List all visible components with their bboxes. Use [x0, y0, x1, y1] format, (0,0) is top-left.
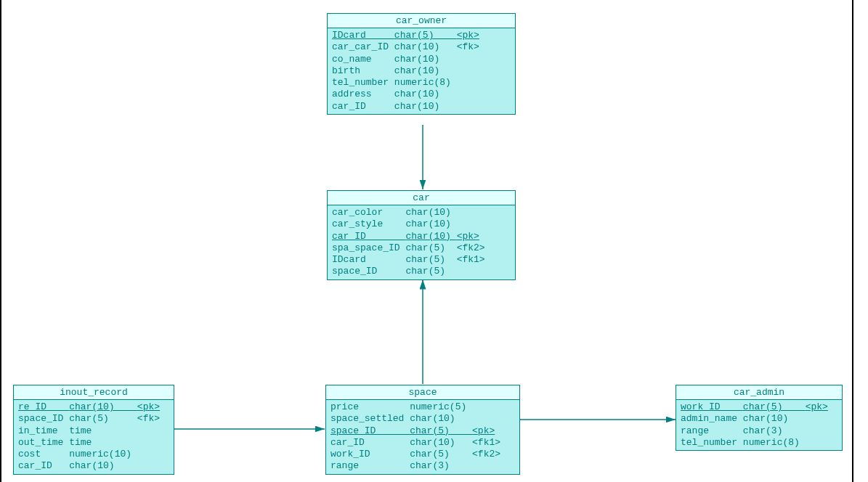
column-type: char(5): [405, 266, 456, 277]
column-type: numeric(8): [394, 77, 457, 89]
column-name: car_ID: [18, 460, 69, 472]
column-type: time: [69, 437, 137, 449]
column-name: space_ID: [332, 266, 405, 277]
column-name: tel_number: [681, 437, 743, 449]
entity-title: car_owner: [328, 14, 515, 28]
column-name: price: [330, 401, 410, 413]
column-name: car_car_ID: [332, 41, 394, 53]
column-row: admin_name char(10): [681, 413, 837, 425]
column-row: space_settled char(10): [330, 413, 515, 425]
column-row: car_color char(10): [332, 207, 511, 218]
column-key: <fk>: [457, 41, 479, 53]
column-row: IDcard char(5) <fk1>: [332, 254, 511, 266]
column-name: space_settled: [330, 413, 410, 425]
column-type: time: [69, 425, 137, 437]
column-name: co_name: [332, 54, 394, 65]
column-row: work_ID char(5) <pk>: [681, 401, 837, 413]
column-type: char(10): [394, 65, 457, 77]
entity-inout-record[interactable]: inout_record re_ID char(10) <pk>space_ID…: [13, 385, 174, 475]
entity-title: space: [326, 385, 519, 400]
column-name: range: [681, 425, 743, 437]
entity-title: car_admin: [676, 385, 842, 400]
column-type: char(10): [69, 401, 137, 413]
entity-space[interactable]: space price numeric(5) space_settled cha…: [325, 385, 520, 475]
column-name: spa_space_ID: [332, 242, 405, 254]
column-type: char(10): [394, 41, 457, 53]
column-row: tel_number numeric(8): [681, 437, 837, 449]
column-name: cost: [18, 449, 69, 460]
column-type: char(10): [405, 207, 456, 218]
column-key: <fk2>: [472, 449, 500, 460]
column-type: char(10): [405, 231, 456, 242]
column-type: char(10): [394, 101, 457, 113]
column-name: re_ID: [18, 401, 69, 413]
column-row: space_ID char(5) <pk>: [330, 425, 515, 437]
entity-title: inout_record: [14, 385, 174, 400]
column-type: numeric(8): [743, 437, 806, 449]
column-name: space_ID: [18, 413, 69, 425]
column-row: space_ID char(5) <fk>: [18, 413, 169, 425]
column-name: space_ID: [330, 425, 410, 437]
column-row: co_name char(10): [332, 54, 511, 65]
column-row: out_time time: [18, 437, 169, 449]
column-key: <pk>: [137, 401, 160, 413]
column-row: spa_space_ID char(5) <fk2>: [332, 242, 511, 254]
column-name: in_time: [18, 425, 69, 437]
column-key: <fk2>: [457, 242, 485, 254]
column-row: car_ID char(10): [18, 460, 169, 472]
entity-body: work_ID char(5) <pk>admin_name char(10) …: [676, 400, 842, 450]
column-name: IDcard: [332, 30, 394, 41]
column-name: car_style: [332, 218, 405, 230]
column-name: car_color: [332, 207, 405, 218]
column-row: address char(10): [332, 89, 511, 100]
column-row: price numeric(5): [330, 401, 515, 413]
column-type: char(5): [69, 413, 137, 425]
column-row: in_time time: [18, 425, 169, 437]
column-type: char(5): [394, 30, 457, 41]
column-type: numeric(10): [69, 449, 137, 460]
entity-body: IDcard char(5) <pk>car_car_ID char(10) <…: [328, 28, 515, 114]
column-type: char(10): [394, 54, 457, 65]
column-name: birth: [332, 65, 394, 77]
column-name: car_ID: [332, 231, 405, 242]
column-name: car_ID: [332, 101, 394, 113]
column-key: <fk1>: [472, 437, 500, 449]
column-type: char(5): [405, 242, 456, 254]
column-key: <fk>: [137, 413, 160, 425]
column-row: re_ID char(10) <pk>: [18, 401, 169, 413]
canvas-border-left: [0, 0, 1, 482]
entity-body: price numeric(5) space_settled char(10) …: [326, 400, 519, 474]
column-name: work_ID: [330, 449, 410, 460]
entity-body: re_ID char(10) <pk>space_ID char(5) <fk>…: [14, 400, 174, 474]
column-key: <fk1>: [457, 254, 485, 266]
column-name: admin_name: [681, 413, 743, 425]
canvas-border-right: [852, 0, 853, 482]
column-row: car_car_ID char(10) <fk>: [332, 41, 511, 53]
column-key: <pk>: [472, 425, 495, 437]
column-row: space_ID char(5): [332, 266, 511, 277]
column-row: range char(3): [681, 425, 837, 437]
entity-car-admin[interactable]: car_admin work_ID char(5) <pk>admin_name…: [676, 385, 843, 451]
column-key: <pk>: [457, 231, 479, 242]
column-name: work_ID: [681, 401, 743, 413]
column-row: cost numeric(10): [18, 449, 169, 460]
column-row: birth char(10): [332, 65, 511, 77]
column-row: IDcard char(5) <pk>: [332, 30, 511, 41]
column-row: range char(3): [330, 460, 515, 472]
column-type: char(10): [69, 460, 137, 472]
column-type: char(10): [410, 413, 472, 425]
column-row: car_ID char(10): [332, 101, 511, 113]
column-name: car_ID: [330, 437, 410, 449]
column-name: out_time: [18, 437, 69, 449]
entity-car-owner[interactable]: car_owner IDcard char(5) <pk>car_car_ID …: [327, 13, 516, 115]
column-type: char(3): [410, 460, 472, 472]
column-type: char(10): [405, 218, 456, 230]
column-type: char(10): [410, 437, 472, 449]
column-type: numeric(5): [410, 401, 472, 413]
column-name: range: [330, 460, 410, 472]
column-name: tel_number: [332, 77, 394, 89]
column-row: car_ID char(10) <pk>: [332, 231, 511, 242]
column-type: char(10): [743, 413, 806, 425]
entity-car[interactable]: car car_color char(10) car_style char(10…: [327, 190, 516, 280]
entity-body: car_color char(10) car_style char(10) ca…: [328, 205, 515, 279]
